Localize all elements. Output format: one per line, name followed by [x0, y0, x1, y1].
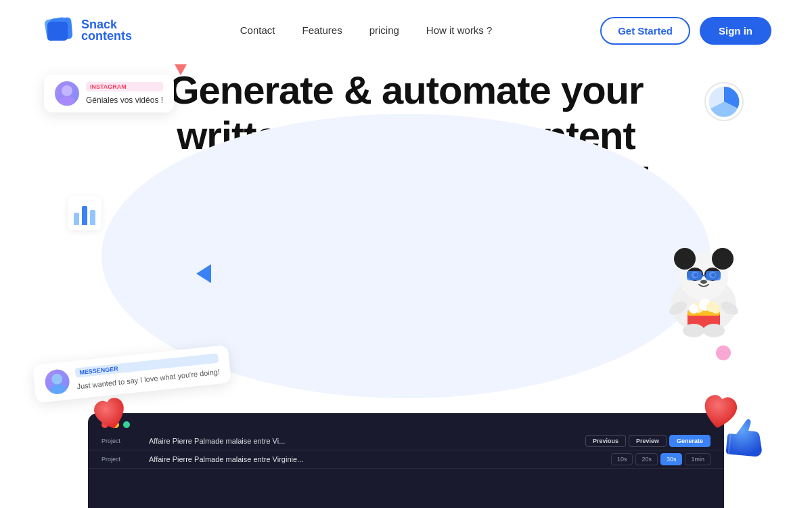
svg-point-7 [49, 383, 67, 395]
thumbs-up-icon [722, 412, 771, 469]
svg-point-10 [674, 248, 696, 270]
messenger-float: MESSENGER Just wanted to say I love what… [32, 345, 232, 403]
instagram-message-text: Géniales vos vidéos ! [86, 96, 163, 105]
nav-link-contact[interactable]: Contact [240, 24, 275, 36]
logo-text: Snack contents [81, 18, 132, 43]
nav-links: Contact Features pricing How it works ? [240, 24, 493, 37]
svg-point-27 [689, 304, 698, 314]
deco-bar-chart [68, 196, 102, 230]
row1-title: Affaire Pierre Palmade malaise entre Vi.… [149, 437, 583, 445]
svg-point-31 [683, 324, 704, 337]
svg-rect-2 [47, 22, 68, 41]
nav-link-features[interactable]: Features [302, 24, 342, 36]
deco-triangle-top [175, 64, 187, 75]
svg-point-3 [62, 85, 72, 96]
svg-point-18 [700, 280, 707, 284]
dashboard-row-1: Project Affaire Pierre Palmade malaise e… [88, 432, 724, 450]
row2-label: Project [102, 456, 149, 463]
nav-actions: Get Started Sign in [600, 17, 771, 45]
deco-play-triangle [196, 264, 211, 283]
row2-title: Affaire Pierre Palmade malaise entre Vir… [149, 455, 611, 463]
nav-link-pricing[interactable]: pricing [369, 24, 399, 36]
svg-rect-19 [687, 271, 702, 280]
svg-point-11 [712, 248, 734, 270]
instagram-float: INSTAGRAM Géniales vos vidéos ! [44, 75, 174, 112]
dashboard-row-2: Project Affaire Pierre Palmade malaise e… [88, 450, 724, 469]
nav-link-how-it-works[interactable]: How it works ? [426, 24, 493, 36]
logo-icon [41, 14, 74, 47]
sign-in-button[interactable]: Sign in [700, 17, 771, 45]
instagram-avatar [55, 81, 79, 106]
messenger-avatar [44, 368, 71, 396]
time-10s-btn[interactable]: 10s [611, 453, 633, 465]
deco-chart-icon [704, 81, 744, 122]
logo[interactable]: Snack contents [41, 14, 132, 47]
time-buttons: 10s 20s 30s 1min [611, 453, 710, 465]
svg-rect-20 [706, 271, 721, 280]
svg-point-32 [703, 324, 725, 337]
time-20s-btn[interactable]: 20s [635, 453, 658, 465]
row1-preview-btn[interactable]: Preview [629, 435, 667, 447]
get-started-button[interactable]: Get Started [600, 17, 690, 45]
panda-illustration [650, 230, 758, 339]
dashboard-header [88, 413, 724, 432]
svg-point-4 [59, 96, 75, 106]
row1-previous-btn[interactable]: Previous [585, 435, 626, 447]
navbar: Snack contents Contact Features pricing … [0, 0, 812, 61]
dashboard-preview: Project Affaire Pierre Palmade malaise e… [88, 413, 724, 508]
instagram-platform-label: INSTAGRAM [86, 82, 163, 91]
deco-pink-dot [716, 345, 731, 360]
svg-point-28 [711, 304, 721, 314]
svg-point-6 [51, 373, 63, 385]
time-1min-btn[interactable]: 1min [685, 453, 710, 465]
time-30s-btn[interactable]: 30s [660, 453, 683, 465]
